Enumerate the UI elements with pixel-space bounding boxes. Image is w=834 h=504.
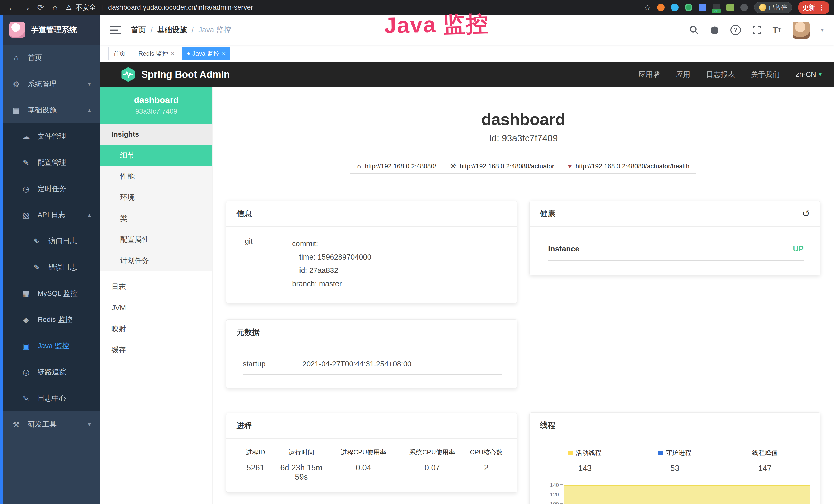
tag-java-monitor[interactable]: Java 监控 × bbox=[182, 47, 231, 60]
address-bar[interactable]: ⚠ 不安全 | dashboard.yudao.iocoder.cn/infra… bbox=[66, 3, 644, 12]
breadcrumb-infrastructure[interactable]: 基础设施 bbox=[157, 25, 187, 35]
forward-icon[interactable]: → bbox=[19, 3, 34, 12]
sidebar-item-error-logs[interactable]: ✎ 错误日志 bbox=[0, 254, 100, 280]
sba-item-mappings[interactable]: 映射 bbox=[100, 318, 213, 339]
service-url-label: http://192.168.0.2:48080/ bbox=[365, 162, 436, 170]
sidebar-item-system-management[interactable]: ⚙ 系统管理 ▾ bbox=[0, 71, 100, 97]
extension-toggle-icon[interactable]: on bbox=[712, 4, 720, 11]
sba-item-logs[interactable]: 日志 bbox=[100, 276, 213, 297]
active-dot-icon bbox=[187, 52, 190, 55]
sba-item-details[interactable]: 细节 bbox=[100, 145, 213, 166]
divider: | bbox=[101, 4, 103, 12]
github-icon[interactable] bbox=[710, 25, 719, 35]
locale-select[interactable]: zh-CN ▾ bbox=[796, 70, 822, 78]
sba-brand[interactable]: Spring Boot Admin bbox=[121, 67, 230, 82]
sidebar-item-infrastructure[interactable]: ▤ 基础设施 ▴ bbox=[0, 97, 100, 123]
extension-icon[interactable] bbox=[740, 4, 748, 11]
chevron-down-icon: ▾ bbox=[88, 421, 91, 428]
fullscreen-icon[interactable] bbox=[752, 25, 761, 35]
extension-icon[interactable] bbox=[699, 4, 706, 11]
help-icon[interactable]: ? bbox=[730, 25, 741, 35]
health-row: Instance UP bbox=[548, 237, 804, 260]
profile-paused-badge[interactable]: 已暂停 bbox=[754, 2, 792, 13]
cards-grid: 信息 git commit: time: 1596289704000 id: 2… bbox=[213, 201, 834, 504]
hamburger-icon[interactable] bbox=[110, 26, 121, 35]
extension-icon[interactable] bbox=[685, 4, 693, 11]
sba-nav-applications[interactable]: 应用 bbox=[676, 70, 690, 79]
update-label: 更新 bbox=[803, 3, 815, 12]
home-icon[interactable]: ⌂ bbox=[48, 3, 62, 12]
sba-item-classes[interactable]: 类 bbox=[100, 208, 213, 229]
close-icon[interactable]: × bbox=[171, 50, 174, 57]
tag-home[interactable]: 首页 bbox=[108, 47, 130, 60]
sba-nav-about[interactable]: 关于我们 bbox=[751, 70, 780, 79]
user-avatar[interactable] bbox=[793, 22, 810, 39]
info-row-label: git bbox=[245, 237, 292, 294]
sidebar-item-scheduled-tasks[interactable]: ◷ 定时任务 bbox=[0, 176, 100, 202]
sba-item-metrics[interactable]: 性能 bbox=[100, 166, 213, 187]
legend-blue-swatch bbox=[658, 451, 663, 455]
font-size-icon[interactable]: TT bbox=[773, 25, 781, 35]
sba-nav-journal[interactable]: 日志报表 bbox=[706, 70, 735, 79]
git-branch-line: branch: master bbox=[292, 277, 502, 290]
sba-item-config-props[interactable]: 配置属性 bbox=[100, 229, 213, 250]
infrastructure-icon: ▤ bbox=[11, 106, 21, 115]
update-button[interactable]: 更新 ⋮ bbox=[798, 1, 829, 14]
sidebar-item-log-center[interactable]: ✎ 日志中心 bbox=[0, 385, 100, 411]
sba-item-environment[interactable]: 环境 bbox=[100, 187, 213, 208]
legend-label: 线程峰值 bbox=[752, 449, 778, 457]
menu-kebab-icon[interactable]: ⋮ bbox=[818, 3, 825, 12]
sidebar-item-redis-monitor[interactable]: ◈ Redis 监控 bbox=[0, 306, 100, 333]
sba-section-insights[interactable]: Insights bbox=[100, 124, 213, 145]
y-tick: 140 bbox=[546, 482, 563, 492]
sba-nav-wallboard[interactable]: 应用墙 bbox=[639, 70, 660, 79]
metadata-row: startup 2021-04-27T00:44:31.254+08:00 bbox=[243, 360, 502, 374]
database-icon: ▦ bbox=[21, 289, 31, 298]
extension-icon[interactable] bbox=[657, 4, 665, 11]
chevron-down-icon[interactable]: ▾ bbox=[821, 27, 824, 33]
sidebar-item-api-logs[interactable]: ▧ API 日志 ▴ bbox=[0, 202, 100, 228]
legend-value: 147 bbox=[720, 464, 810, 473]
reload-icon[interactable]: ⟳ bbox=[34, 3, 48, 12]
metadata-row-value: 2021-04-27T00:44:31.254+08:00 bbox=[302, 360, 412, 368]
y-tick: 120 bbox=[546, 492, 563, 501]
extension-icon[interactable] bbox=[726, 4, 734, 11]
legend-daemon-threads: 守护进程 53 bbox=[630, 449, 720, 473]
browser-chrome: ← → ⟳ ⌂ ⚠ 不安全 | dashboard.yudao.iocoder.… bbox=[0, 0, 834, 15]
process-col-header: 进程ID bbox=[237, 448, 274, 457]
sidebar-item-access-logs[interactable]: ✎ 访问日志 bbox=[0, 228, 100, 254]
service-url-button[interactable]: ⌂ http://192.168.0.2:48080/ bbox=[350, 159, 443, 174]
breadcrumb-home[interactable]: 首页 bbox=[131, 25, 146, 35]
sidebar-item-mysql-monitor[interactable]: ▦ MySQL 监控 bbox=[0, 280, 100, 306]
sba-item-scheduled-tasks[interactable]: 计划任务 bbox=[100, 250, 213, 271]
sba-item-jvm[interactable]: JVM bbox=[100, 297, 213, 318]
edit-icon: ✎ bbox=[32, 237, 42, 246]
bookmark-star-icon[interactable]: ☆ bbox=[644, 3, 651, 12]
back-icon[interactable]: ← bbox=[5, 3, 19, 12]
redis-icon: ◈ bbox=[21, 315, 31, 324]
sidebar-item-dev-tools[interactable]: ⚒ 研发工具 ▾ bbox=[0, 411, 100, 437]
history-icon[interactable]: ↺ bbox=[802, 208, 810, 219]
system-cpu: 0.07 bbox=[399, 463, 466, 482]
threads-legend: 活动线程 143 守护进程 53 bbox=[530, 438, 820, 473]
sidebar-item-java-monitor[interactable]: ▣ Java 监控 bbox=[0, 333, 100, 359]
sba-instance-header[interactable]: dashboard 93a3fc7f7409 bbox=[100, 87, 213, 124]
sidebar-item-trace[interactable]: ◎ 链路追踪 bbox=[0, 359, 100, 385]
sidebar-item-config-management[interactable]: ✎ 配置管理 bbox=[0, 150, 100, 176]
process-col-header: 进程CPU使用率 bbox=[328, 448, 398, 457]
tag-redis-monitor[interactable]: Redis 监控 × bbox=[134, 47, 179, 60]
extension-icon[interactable] bbox=[671, 4, 679, 11]
actuator-url-button[interactable]: ⚒ http://192.168.0.2:48080/actuator bbox=[443, 159, 561, 174]
admin-topbar: 首页 / 基础设施 / Java 监控 ? TT ▾ bbox=[100, 15, 834, 45]
home-icon: ⌂ bbox=[11, 53, 21, 62]
app-logo[interactable]: 芋道管理系统 bbox=[0, 15, 100, 45]
sba-item-caches[interactable]: 缓存 bbox=[100, 339, 213, 361]
search-icon[interactable] bbox=[689, 25, 699, 35]
health-url-button[interactable]: ♥ http://192.168.0.2:48080/actuator/heal… bbox=[561, 159, 696, 174]
metadata-row-label: startup bbox=[243, 360, 302, 368]
cloud-icon: ☁ bbox=[21, 132, 31, 141]
close-icon[interactable]: × bbox=[222, 50, 225, 57]
sidebar-item-home[interactable]: ⌂ 首页 bbox=[0, 45, 100, 71]
sidebar-item-file-management[interactable]: ☁ 文件管理 bbox=[0, 123, 100, 150]
breadcrumb-current: Java 监控 bbox=[198, 25, 231, 35]
